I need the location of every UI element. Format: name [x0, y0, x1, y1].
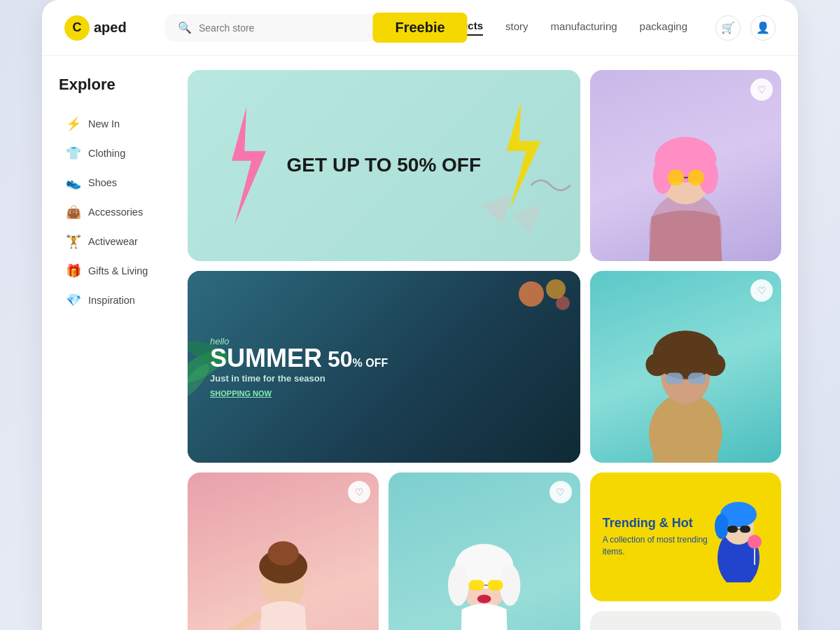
- photo-card-white-wig[interactable]: ♡: [388, 472, 580, 630]
- svg-point-21: [653, 345, 673, 365]
- gifts-icon: 🎁: [66, 263, 81, 279]
- svg-rect-48: [740, 526, 750, 533]
- svg-line-30: [232, 615, 258, 630]
- trending-subtitle: A collection of most trending items.: [603, 534, 709, 558]
- sidebar-nav: ⚡ New In 👕 Clothing 👟 Shoes 👜 Accessorie…: [59, 111, 165, 630]
- content-grid: GET UP TO 50% OFF: [182, 56, 798, 630]
- promo-card-50off[interactable]: GET UP TO 50% OFF: [188, 70, 580, 261]
- sidebar-item-activewear[interactable]: 🏋 Activewear: [59, 228, 165, 255]
- sidebar-item-gifts[interactable]: 🎁 Gifts & Living: [59, 258, 165, 284]
- shoes-icon: 👟: [66, 175, 81, 190]
- promo2-season: SUMMER: [210, 346, 322, 370]
- lightning-icon: ⚡: [66, 116, 81, 132]
- logo-icon: C: [64, 15, 90, 41]
- promo-card-summer[interactable]: hello SUMMER 50% OFF Just in time for th…: [188, 271, 580, 462]
- svg-point-22: [699, 345, 718, 365]
- search-icon: 🔍: [178, 21, 192, 34]
- main-content: Explore ⚡ New In 👕 Clothing 👟 Shoes 👜 Ac…: [42, 56, 798, 630]
- freebie-badge: Freebie: [372, 13, 467, 43]
- photo-card-pink-dress[interactable]: ♡: [188, 472, 379, 630]
- svg-point-13: [519, 281, 544, 307]
- svg-rect-24: [688, 373, 706, 384]
- svg-point-7: [668, 169, 684, 186]
- photo-card-pink-wig[interactable]: ♡: [590, 70, 781, 261]
- promo2-content: hello SUMMER 50% OFF Just in time for th…: [188, 271, 580, 462]
- sidebar-label-clothing: Clothing: [88, 148, 125, 159]
- svg-point-15: [556, 296, 570, 310]
- sidebar-label-shoes: Shoes: [88, 177, 117, 188]
- sidebar-title: Explore: [59, 76, 165, 94]
- promo2-percent: 50% OFF: [328, 348, 388, 370]
- sidebar: Explore ⚡ New In 👕 Clothing 👟 Shoes 👜 Ac…: [42, 56, 182, 630]
- promo2-cta[interactable]: SHOPPING NOW: [210, 389, 558, 398]
- fav-btn-photo3[interactable]: ♡: [348, 481, 370, 503]
- photo-card-curly-hair[interactable]: ♡: [590, 271, 781, 462]
- activewear-icon: 🏋: [66, 234, 81, 249]
- fav-btn-photo1[interactable]: ♡: [750, 78, 773, 101]
- svg-rect-38: [469, 580, 484, 591]
- svg-point-8: [688, 169, 704, 186]
- svg-point-41: [477, 594, 491, 603]
- svg-point-46: [715, 514, 729, 539]
- fav-btn-photo4[interactable]: ♡: [550, 481, 572, 503]
- main-nav: products story manufacturing packaging: [438, 20, 687, 36]
- logo[interactable]: C aped: [64, 15, 148, 41]
- promo1-content: GET UP TO 50% OFF: [188, 70, 580, 261]
- logo-text: aped: [94, 20, 127, 36]
- nav-story[interactable]: story: [505, 20, 528, 35]
- user-button[interactable]: 👤: [750, 15, 776, 41]
- inspiration-icon: 💎: [66, 293, 81, 308]
- app-card: C aped 🔍 products story manufacturing pa…: [42, 0, 798, 630]
- svg-point-36: [448, 564, 469, 606]
- sidebar-item-shoes[interactable]: 👟 Shoes: [59, 169, 165, 196]
- sidebar-label-new-in: New In: [88, 118, 120, 130]
- svg-rect-23: [665, 373, 683, 384]
- sidebar-item-new-in[interactable]: ⚡ New In: [59, 111, 165, 137]
- sidebar-label-inspiration: Inspiration: [88, 295, 135, 306]
- sidebar-item-accessories[interactable]: 👜 Accessories: [59, 199, 165, 225]
- svg-rect-39: [488, 580, 503, 591]
- svg-rect-47: [727, 526, 738, 533]
- svg-point-29: [268, 541, 299, 565]
- promo1-title: GET UP TO 50% OFF: [216, 155, 552, 176]
- sidebar-item-clothing[interactable]: 👕 Clothing: [59, 140, 165, 167]
- clothing-icon: 👕: [66, 146, 81, 161]
- svg-point-50: [748, 535, 762, 549]
- cart-button[interactable]: 🛒: [715, 15, 741, 41]
- nav-packaging[interactable]: packaging: [640, 20, 687, 35]
- trending-title: Trending & Hot: [603, 516, 709, 531]
- nav-manufacturing[interactable]: manufacturing: [551, 20, 617, 35]
- sidebar-label-accessories: Accessories: [88, 206, 143, 218]
- sidebar-label-gifts: Gifts & Living: [88, 265, 148, 276]
- sidebar-item-inspiration[interactable]: 💎 Inspiration: [59, 287, 165, 314]
- promo2-sub: Just in time for the season: [210, 373, 558, 384]
- sidebar-label-activewear: Activewear: [88, 236, 138, 247]
- trending-card[interactable]: Trending & Hot A collection of most tren…: [590, 472, 781, 601]
- accessories-icon: 👜: [66, 204, 81, 220]
- trending-text: Trending & Hot A collection of most tren…: [603, 516, 709, 557]
- header-icons: 🛒 👤: [715, 15, 776, 41]
- trending-model-figure: [709, 491, 769, 582]
- buy-card[interactable]: Buy it for the first time New in store. …: [590, 611, 781, 630]
- trending-buy-column: Trending & Hot A collection of most tren…: [590, 472, 781, 630]
- svg-point-14: [546, 279, 566, 299]
